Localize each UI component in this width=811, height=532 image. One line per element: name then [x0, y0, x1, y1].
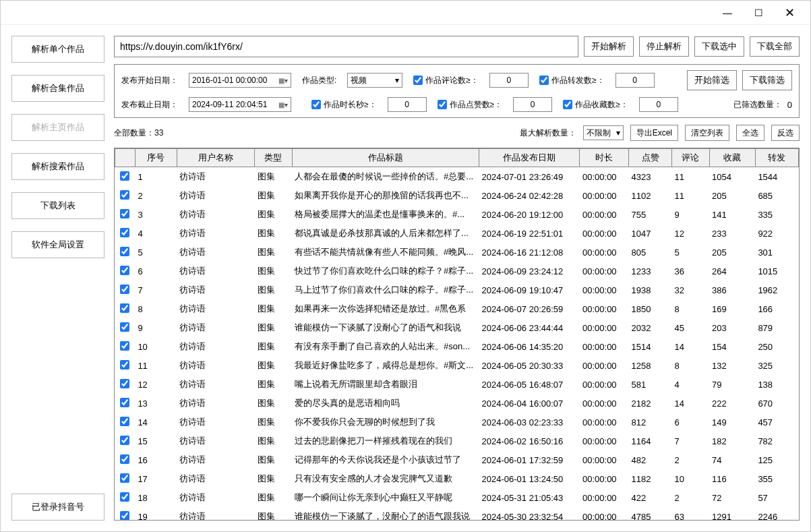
dur-filter-check[interactable] [311, 100, 321, 109]
header-comments[interactable]: 评论 [672, 149, 710, 167]
cell-favorites: 116 [709, 469, 755, 488]
row-checkbox[interactable] [120, 247, 129, 256]
nav-parse-collection[interactable]: 解析合集作品 [11, 75, 104, 102]
clear-list-button[interactable]: 清空列表 [685, 125, 729, 141]
table-scroll[interactable]: 序号 用户名称 类型 作品标题 作品发布日期 时长 点赞 评论 收藏 转发 1彷 [115, 148, 799, 520]
row-checkbox[interactable] [120, 454, 129, 464]
nav-global-settings[interactable]: 软件全局设置 [11, 231, 104, 258]
filtered-count-label: 已筛选数量： [733, 99, 782, 111]
share-filter-check[interactable] [539, 76, 549, 85]
cell-likes: 2182 [629, 394, 672, 413]
row-checkbox[interactable] [120, 341, 129, 351]
cell-likes: 812 [629, 413, 672, 432]
cell-likes: 1938 [629, 280, 672, 299]
table-row[interactable]: 8彷诗语图集如果再来一次你选择犯错还是放过。#黑色系2024-06-07 20:… [115, 299, 799, 318]
nav-parse-home[interactable]: 解析主页作品 [11, 114, 104, 141]
fav-filter-check[interactable] [563, 100, 572, 109]
share-filter-input[interactable] [615, 73, 655, 88]
nav-logged-in[interactable]: 已登录抖音号 [11, 494, 104, 521]
header-checkbox[interactable] [115, 149, 136, 167]
row-checkbox[interactable] [120, 379, 129, 388]
end-date-input[interactable]: 2024-09-11 20:04:51▦▾ [189, 97, 291, 112]
table-row[interactable]: 11彷诗语图集我最近好像盐吃多了，咸得总是想你。#斯文...2024-06-05… [115, 356, 799, 375]
table-row[interactable]: 7彷诗语图集马上过节了你们喜欢什么口味的粽子。#粽子...2024-06-09 … [115, 280, 799, 299]
row-checkbox[interactable] [120, 228, 129, 237]
cell-date: 2024-06-07 20:26:59 [479, 299, 580, 318]
row-checkbox[interactable] [120, 398, 129, 407]
close-button[interactable]: ✕ [774, 3, 805, 23]
table-row[interactable]: 18彷诗语图集哪一个瞬间让你无亲到心中癫狂又平静呢2024-05-31 21:0… [115, 488, 799, 507]
row-checkbox[interactable] [120, 171, 129, 181]
row-checkbox[interactable] [120, 511, 129, 521]
minimize-button[interactable]: — [712, 3, 743, 23]
table-row[interactable]: 16彷诗语图集记得那年的今天你说我还是个小孩该过节了2024-06-01 17:… [115, 450, 799, 469]
table-row[interactable]: 19彷诗语图集谁能模仿一下谈腻了，没耐心了的语气跟我说2024-05-30 23… [115, 507, 799, 520]
row-checkbox[interactable] [120, 303, 129, 313]
comment-filter-check[interactable] [413, 76, 423, 85]
table-row[interactable]: 13彷诗语图集爱的尽头真的是恶语相向吗2024-06-04 16:00:0700… [115, 394, 799, 413]
like-filter-input[interactable] [513, 97, 552, 112]
cell-title: 记得那年的今天你说我还是个小孩该过节了 [292, 450, 479, 469]
header-index[interactable]: 序号 [135, 149, 177, 167]
row-checkbox[interactable] [120, 436, 129, 445]
header-likes[interactable]: 点赞 [629, 149, 672, 167]
type-select[interactable]: 视频▾ [347, 73, 402, 88]
dur-filter-input[interactable] [388, 97, 427, 112]
download-filter-button[interactable]: 下载筛选 [742, 70, 792, 90]
row-checkbox[interactable] [120, 285, 129, 294]
cell-likes: 1514 [629, 337, 672, 356]
row-checkbox[interactable] [120, 360, 129, 370]
row-checkbox[interactable] [120, 190, 129, 200]
maximize-button[interactable]: ☐ [743, 3, 774, 23]
table-row[interactable]: 14彷诗语图集你不爱我你只会无聊的时候想到了我2024-06-03 02:23:… [115, 413, 799, 432]
like-filter-check[interactable] [438, 100, 447, 109]
header-duration[interactable]: 时长 [580, 149, 629, 167]
table-row[interactable]: 6彷诗语图集快过节了你们喜欢吃什么口味的粽子？#粽子...2024-06-09 … [115, 262, 799, 280]
max-parse-select[interactable]: 不限制▾ [583, 125, 624, 140]
row-checkbox[interactable] [120, 209, 129, 218]
start-parse-button[interactable]: 开始解析 [584, 36, 634, 57]
start-date-input[interactable]: 2016-01-01 00:00:00▦▾ [189, 73, 291, 88]
table-row[interactable]: 17彷诗语图集只有没有安全感的人才会发完脾气又道歉2024-06-01 13:2… [115, 469, 799, 488]
header-shares[interactable]: 转发 [755, 149, 798, 167]
table-row[interactable]: 1彷诗语图集人都会在最傻的时候说一些掉价的话。#总要...2024-07-01 … [115, 167, 799, 187]
nav-download-list[interactable]: 下载列表 [11, 192, 104, 219]
table-row[interactable]: 4彷诗语图集都说真诚是必杀技那真诚的人后来都怎样了...2024-06-19 2… [115, 224, 799, 243]
row-checkbox[interactable] [120, 417, 129, 426]
download-all-button[interactable]: 下载全部 [750, 36, 800, 57]
table-row[interactable]: 10彷诗语图集有没有亲手删了自己喜欢的人站出来。#son...2024-06-0… [115, 337, 799, 356]
nav-parse-single[interactable]: 解析单个作品 [11, 36, 104, 63]
fav-filter-input[interactable] [639, 97, 678, 112]
row-checkbox[interactable] [120, 322, 129, 332]
header-type[interactable]: 类型 [255, 149, 293, 167]
cell-likes: 1102 [629, 186, 672, 205]
header-date[interactable]: 作品发布日期 [479, 149, 580, 167]
start-filter-button[interactable]: 开始筛选 [687, 70, 737, 90]
cell-duration: 00:00:00 [580, 469, 629, 488]
row-checkbox[interactable] [120, 266, 129, 275]
header-favorites[interactable]: 收藏 [709, 149, 755, 167]
export-excel-button[interactable]: 导出Excel [630, 125, 678, 141]
url-input[interactable] [114, 36, 578, 57]
stop-parse-button[interactable]: 停止解析 [639, 36, 689, 57]
cell-likes: 1164 [629, 432, 672, 450]
row-checkbox[interactable] [120, 473, 129, 483]
select-all-button[interactable]: 全选 [736, 125, 764, 141]
invert-select-button[interactable]: 反选 [771, 125, 800, 141]
url-row: 开始解析 停止解析 下载选中 下载全部 [114, 36, 800, 57]
cell-date: 2024-06-06 23:44:44 [479, 318, 580, 337]
header-title[interactable]: 作品标题 [292, 149, 479, 167]
cell-favorites: 233 [709, 224, 755, 243]
download-selected-button[interactable]: 下载选中 [694, 36, 744, 57]
cell-favorites: 182 [709, 432, 755, 450]
table-row[interactable]: 3彷诗语图集格局被委屈撑大的温柔也是懂事换来的。#...2024-06-20 1… [115, 205, 799, 224]
nav-parse-search[interactable]: 解析搜索作品 [11, 153, 104, 180]
table-row[interactable]: 12彷诗语图集嘴上说着无所谓眼里却含着眼泪2024-06-05 16:48:07… [115, 375, 799, 394]
row-checkbox[interactable] [120, 492, 129, 502]
table-row[interactable]: 9彷诗语图集谁能模仿一下谈腻了没耐心了的语气和我说2024-06-06 23:4… [115, 318, 799, 337]
table-row[interactable]: 2彷诗语图集如果离开我你是开心的那挽留的话我再也不...2024-06-24 0… [115, 186, 799, 205]
header-user[interactable]: 用户名称 [177, 149, 254, 167]
comment-filter-input[interactable] [489, 73, 529, 88]
table-row[interactable]: 15彷诗语图集过去的悲剧像把刀一样摧残着现在的我们2024-06-02 16:5… [115, 432, 799, 450]
table-row[interactable]: 5彷诗语图集有些话不能共情就像有些人不能同频。#晚风...2024-06-16 … [115, 243, 799, 262]
